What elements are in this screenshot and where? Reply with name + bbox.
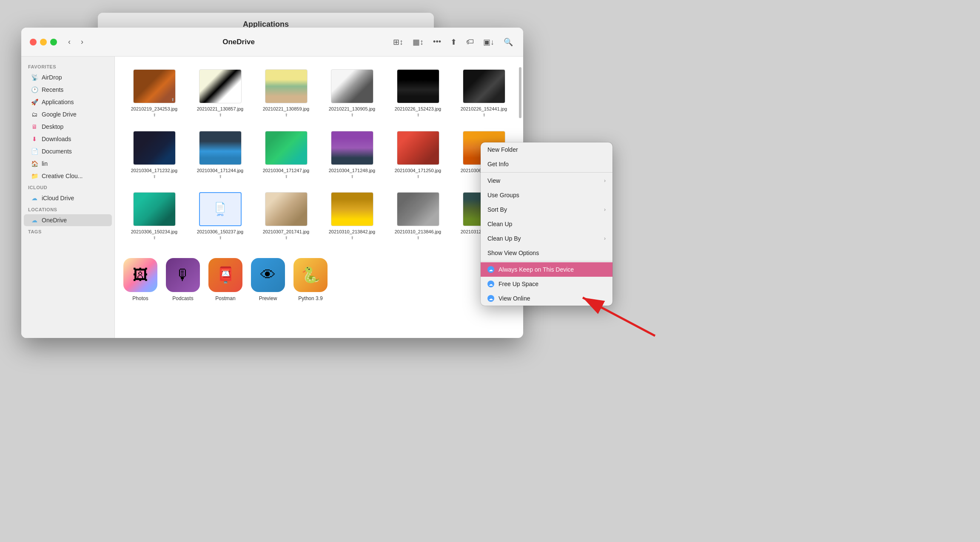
minimize-button[interactable]: [40, 39, 47, 45]
window-title: OneDrive: [91, 38, 386, 46]
sidebar-item-creative-cloud[interactable]: 📁 Creative Clou...: [24, 170, 112, 182]
app-label: Photos: [132, 295, 148, 301]
sidebar-item-downloads[interactable]: ⬇ Downloads: [24, 133, 112, 145]
list-view-icon[interactable]: ▦↕: [411, 37, 425, 48]
menu-item-clean-up-by[interactable]: Clean Up By ›: [481, 231, 612, 246]
tags-label: Tags: [21, 227, 114, 236]
file-name: 20210306_150234.jpg ⬆: [131, 229, 178, 241]
file-item[interactable]: 20210221_130859.jpg ⬆: [255, 65, 317, 122]
menu-item-always-keep[interactable]: ☁ Always Keep on This Device: [481, 262, 612, 277]
traffic-lights: [30, 39, 57, 45]
file-item[interactable]: 20210304_171250.jpg ⬆: [387, 127, 449, 184]
free-up-space-label: Free Up Space: [499, 281, 538, 287]
sidebar-item-applications[interactable]: 🚀 Applications: [24, 96, 112, 108]
file-item[interactable]: 20210310_213842.jpg ⬆: [321, 188, 383, 245]
file-item[interactable]: 20210226_152423.jpg ⬆: [387, 65, 449, 122]
sidebar-item-icloud-drive[interactable]: ☁ iCloud Drive: [24, 192, 112, 204]
file-item[interactable]: ⬆ 20210219_234253.jpg ⬆: [123, 65, 185, 122]
app-item-preview[interactable]: 👁 Preview: [251, 258, 285, 301]
sidebar-item-label: iCloud Drive: [42, 195, 74, 201]
menu-separator: [481, 172, 612, 173]
more-icon[interactable]: •••: [431, 37, 443, 47]
new-folder-label: New Folder: [487, 146, 518, 153]
search-icon[interactable]: 🔍: [502, 37, 515, 48]
back-button[interactable]: ‹: [66, 36, 73, 48]
close-button[interactable]: [30, 39, 37, 45]
file-name: 20210221_130859.jpg ⬆: [263, 106, 310, 118]
file-item[interactable]: 20210221_130905.jpg ⬆: [321, 65, 383, 122]
main-content: ⬆ 20210219_234253.jpg ⬆ 20210221_130857.…: [115, 57, 523, 254]
icloud-label: iCloud: [21, 182, 114, 192]
menu-item-use-groups[interactable]: Use Groups: [481, 188, 612, 202]
sidebar-item-google-drive[interactable]: 🗂 Google Drive: [24, 108, 112, 120]
sidebar-item-documents[interactable]: 📄 Documents: [24, 145, 112, 157]
titlebar: ‹ › OneDrive ⊞↕ ▦↕ ••• ⬆ 🏷 ▣↓ 🔍: [21, 28, 523, 57]
file-item[interactable]: 20210221_130857.jpg ⬆: [189, 65, 251, 122]
share-icon[interactable]: ⬆: [449, 37, 459, 48]
file-thumbnail: [463, 69, 505, 103]
file-item[interactable]: 20210306_150234.jpg ⬆: [123, 188, 185, 245]
finder-window: ‹ › OneDrive ⊞↕ ▦↕ ••• ⬆ 🏷 ▣↓ 🔍 Favorite…: [21, 28, 523, 338]
onedrive-cloud-icon: ☁: [487, 281, 494, 287]
app-label: Podcasts: [172, 295, 193, 301]
fullscreen-button[interactable]: [50, 39, 57, 45]
file-thumbnail: [331, 192, 373, 226]
file-item[interactable]: 20210304_171247.jpg ⬆: [255, 127, 317, 184]
file-name: 20210304_171250.jpg ⬆: [395, 167, 442, 180]
sidebar-item-onedrive[interactable]: ☁ OneDrive: [24, 214, 112, 226]
menu-item-show-view-options[interactable]: Show View Options: [481, 246, 612, 260]
menu-item-new-folder[interactable]: New Folder: [481, 142, 612, 157]
show-view-options-label: Show View Options: [487, 250, 539, 256]
file-item[interactable]: 20210304_171232.jpg ⬆: [123, 127, 185, 184]
sidebar-item-desktop[interactable]: 🖥 Desktop: [24, 121, 112, 133]
forward-button[interactable]: ›: [78, 36, 86, 48]
display-icon[interactable]: ▣↓: [481, 37, 496, 48]
file-name: 20210306_150237.jpg ⬆: [197, 229, 244, 241]
menu-item-get-info[interactable]: Get Info: [481, 157, 612, 171]
file-name: 20210221_130905.jpg ⬆: [329, 106, 376, 118]
cloud-icon: ⬆: [171, 97, 174, 102]
podcasts-app-icon: 🎙: [166, 258, 200, 292]
sidebar-item-recents[interactable]: 🕐 Recents: [24, 84, 112, 96]
file-item[interactable]: 20210304_171248.jpg ⬆: [321, 127, 383, 184]
sidebar-item-label: Downloads: [42, 136, 71, 142]
sidebar-item-label: Google Drive: [42, 111, 77, 118]
arrow-icon: ›: [604, 207, 606, 213]
tag-icon[interactable]: 🏷: [464, 37, 476, 47]
app-item-podcasts[interactable]: 🎙 Podcasts: [166, 258, 200, 301]
file-thumbnail: [397, 69, 439, 103]
desktop-icon: 🖥: [31, 123, 38, 131]
sidebar-item-label: Creative Clou...: [42, 173, 83, 179]
always-keep-label: Always Keep on This Device: [499, 266, 574, 273]
favorites-label: Favorites: [21, 62, 114, 71]
sidebar-item-label: OneDrive: [42, 217, 67, 224]
sidebar-item-airdrop[interactable]: 📡 AirDrop: [24, 71, 112, 83]
file-item[interactable]: 20210310_213846.jpg ⬆: [387, 188, 449, 245]
file-thumbnail: [265, 69, 308, 103]
menu-item-sort-by[interactable]: Sort By ›: [481, 202, 612, 217]
clean-up-label: Clean Up: [487, 221, 512, 227]
file-name: 20210219_234253.jpg ⬆: [131, 106, 178, 118]
scrollbar-thumb[interactable]: [519, 67, 521, 118]
applications-icon: 🚀: [31, 98, 38, 106]
view-label: View: [487, 177, 500, 184]
app-item-photos[interactable]: 🖼 Photos: [123, 258, 157, 301]
file-item[interactable]: 📄 JPG 20210306_150237.jpg ⬆: [189, 188, 251, 245]
file-name: 20210304_171244.jpg ⬆: [197, 167, 244, 180]
sidebar-item-label: Recents: [42, 86, 63, 93]
menu-item-view[interactable]: View ›: [481, 173, 612, 188]
file-name: 20210226_152423.jpg ⬆: [395, 106, 442, 118]
jpg-label: JPG: [214, 213, 226, 217]
file-item[interactable]: 20210304_171244.jpg ⬆: [189, 127, 251, 184]
sidebar: Favorites 📡 AirDrop 🕐 Recents 🚀 Applicat…: [21, 57, 115, 338]
menu-item-clean-up[interactable]: Clean Up: [481, 217, 612, 231]
app-item-python[interactable]: 🐍 Python 3.9: [293, 258, 328, 301]
sidebar-item-lin[interactable]: 🏠 lin: [24, 158, 112, 170]
content-wrapper: ⬆ 20210219_234253.jpg ⬆ 20210221_130857.…: [115, 57, 523, 338]
sidebar-item-label: Applications: [42, 99, 74, 105]
file-item[interactable]: 20210307_201741.jpg ⬆: [255, 188, 317, 245]
grid-view-icon[interactable]: ⊞↕: [391, 37, 405, 48]
app-item-postman[interactable]: 📮 Postman: [208, 258, 242, 301]
icloud-icon: ☁: [31, 194, 38, 202]
file-item[interactable]: 20210226_152441.jpg ⬆: [453, 65, 515, 122]
